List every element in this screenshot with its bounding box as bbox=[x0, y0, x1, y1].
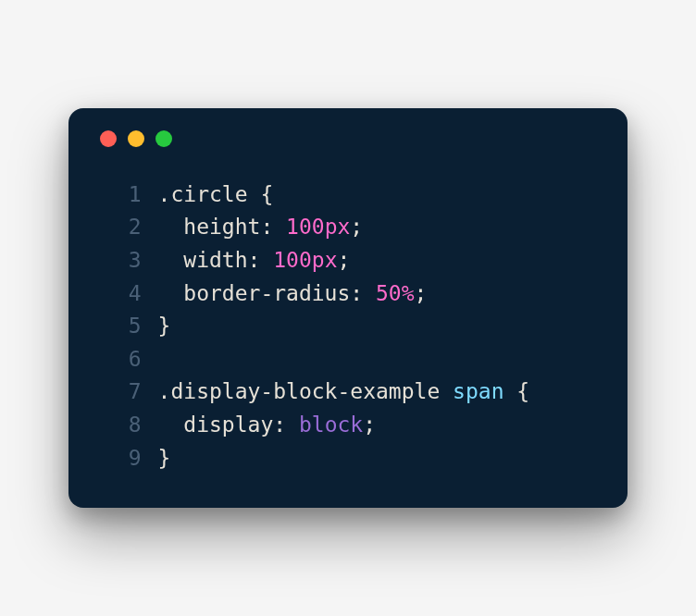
token-punc: } bbox=[158, 446, 171, 470]
line-content: height: 100px; bbox=[158, 211, 364, 244]
token-punc: } bbox=[158, 314, 171, 338]
code-line: 8 display: block; bbox=[94, 409, 602, 442]
token-prop: border-radius bbox=[183, 281, 350, 305]
code-line: 3 width: 100px; bbox=[94, 244, 602, 277]
token-punc: : bbox=[273, 413, 299, 437]
code-window: 1.circle {2 height: 100px;3 width: 100px… bbox=[68, 108, 628, 509]
code-line: 4 border-radius: 50%; bbox=[94, 277, 602, 311]
line-number: 2 bbox=[94, 211, 142, 244]
code-line: 1.circle { bbox=[94, 179, 602, 212]
line-content: width: 100px; bbox=[158, 244, 351, 277]
line-content: } bbox=[158, 442, 171, 475]
token-num: 50% bbox=[376, 281, 415, 305]
code-line: 6 bbox=[94, 343, 602, 376]
code-line: 5} bbox=[94, 310, 602, 343]
line-number: 3 bbox=[94, 244, 142, 277]
token-num: 100px bbox=[273, 248, 337, 272]
token-kw: block bbox=[299, 413, 363, 437]
token-punc bbox=[158, 215, 184, 239]
token-punc: { bbox=[516, 379, 529, 403]
token-punc: { bbox=[260, 182, 273, 206]
code-block: 1.circle {2 height: 100px;3 width: 100px… bbox=[94, 179, 602, 475]
code-line: 2 height: 100px; bbox=[94, 211, 602, 244]
token-sel: .circle bbox=[158, 182, 261, 206]
token-punc: ; bbox=[350, 215, 363, 239]
token-punc bbox=[158, 281, 184, 305]
line-content: .display-block-example span { bbox=[158, 376, 530, 409]
line-number: 1 bbox=[94, 179, 142, 212]
token-punc: : bbox=[260, 215, 286, 239]
token-punc bbox=[158, 248, 184, 272]
traffic-lights bbox=[100, 130, 602, 147]
line-number: 4 bbox=[94, 277, 142, 311]
token-num: 100px bbox=[286, 215, 350, 239]
line-number: 7 bbox=[94, 376, 142, 409]
line-content: border-radius: 50%; bbox=[158, 277, 428, 311]
line-number: 9 bbox=[94, 442, 142, 475]
token-tag: span bbox=[453, 379, 516, 403]
close-icon[interactable] bbox=[100, 130, 117, 147]
token-prop: width bbox=[183, 248, 247, 272]
token-punc: ; bbox=[363, 413, 376, 437]
token-punc: ; bbox=[338, 248, 351, 272]
minimize-icon[interactable] bbox=[128, 130, 144, 147]
token-prop: height bbox=[183, 215, 260, 239]
line-content: display: block; bbox=[158, 409, 376, 442]
token-punc: ; bbox=[415, 281, 428, 305]
token-punc: : bbox=[350, 281, 376, 305]
token-punc bbox=[158, 413, 184, 437]
code-line: 7.display-block-example span { bbox=[94, 376, 602, 409]
line-number: 8 bbox=[94, 409, 142, 442]
line-number: 6 bbox=[94, 343, 142, 376]
code-line: 9} bbox=[94, 442, 602, 475]
token-punc: : bbox=[248, 248, 274, 272]
token-prop: display bbox=[183, 413, 273, 437]
line-number: 5 bbox=[94, 310, 142, 343]
maximize-icon[interactable] bbox=[155, 130, 172, 147]
line-content: } bbox=[158, 310, 171, 343]
token-sel: .display-block-example bbox=[158, 379, 454, 403]
line-content: .circle { bbox=[158, 179, 274, 212]
